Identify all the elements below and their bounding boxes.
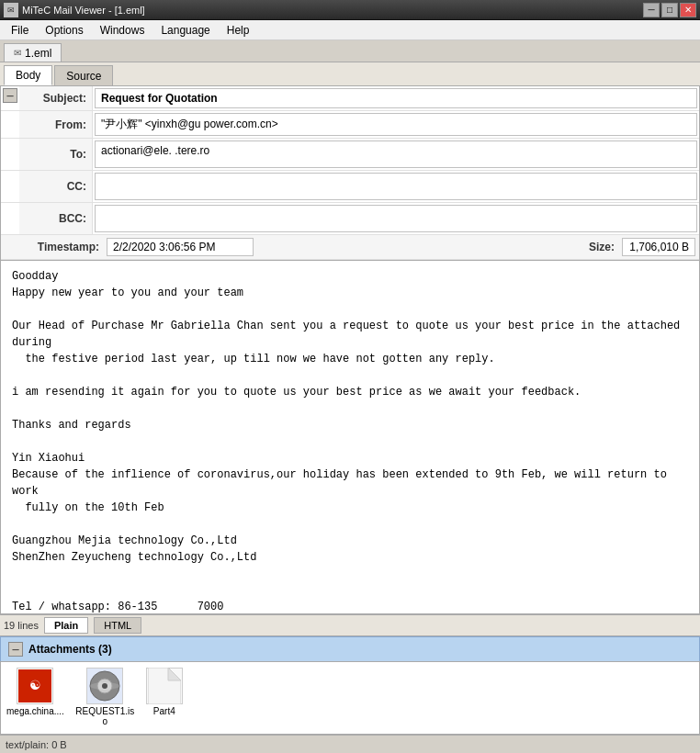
menu-item-windows[interactable]: Windows <box>93 22 152 39</box>
timestamp-row: Timestamp: 2/2/2020 3:06:56 PM Size: 1,7… <box>1 235 699 260</box>
subject-value: Request for Quotation <box>95 88 697 108</box>
close-button[interactable]: ✕ <box>680 3 696 17</box>
attachment-label-0: mega.china.... <box>6 706 64 716</box>
timestamp-label: Timestamp: <box>30 241 99 253</box>
attachment-item[interactable]: Part4 <box>146 668 183 716</box>
collapse-button[interactable]: ─ <box>3 88 17 103</box>
menu-item-options[interactable]: Options <box>38 22 90 39</box>
attachment-item[interactable]: ☯ mega.china.... <box>6 668 64 716</box>
lines-count: 19 lines <box>4 620 39 631</box>
bcc-value <box>95 205 697 232</box>
size-value: 1,706,010 B <box>622 238 695 256</box>
doc-tab-label: 1.eml <box>25 47 51 60</box>
attachment-label-2: Part4 <box>153 706 175 716</box>
svg-text:☯: ☯ <box>29 678 41 692</box>
format-tab-html[interactable]: HTML <box>94 617 141 634</box>
menu-item-file[interactable]: File <box>4 22 36 39</box>
email-body: Goodday Happy new year to you and your t… <box>0 261 700 614</box>
main-content: Body Source ─ Subject: Request for Quota… <box>0 62 700 735</box>
app-icon: ✉ <box>4 3 18 17</box>
attachment-label-1: REQUEST1.iso <box>75 706 135 726</box>
attachments-area: ☯ mega.china.... REQUEST1.iso <box>0 661 700 735</box>
cc-row: CC: <box>1 171 699 203</box>
doc-tab-eml[interactable]: ✉ 1.eml <box>4 43 62 62</box>
cc-label: CC: <box>19 171 93 202</box>
to-value: actionari@ele. .tere.ro <box>95 140 697 168</box>
maximize-button[interactable]: □ <box>661 3 678 17</box>
attachments-header: ─ Attachments (3) <box>0 636 700 661</box>
menu-item-help[interactable]: Help <box>220 22 257 39</box>
status-bar: text/plain: 0 B <box>0 735 700 753</box>
bcc-row: BCC: <box>1 203 699 235</box>
cc-value <box>95 173 697 200</box>
status-text: text/plain: 0 B <box>6 739 67 750</box>
bcc-label: BCC: <box>19 203 93 234</box>
svg-marker-7 <box>168 668 181 680</box>
subject-label: Subject: <box>19 86 93 110</box>
svg-marker-6 <box>148 668 181 704</box>
format-tab-plain[interactable]: Plain <box>44 617 88 634</box>
title-bar: ✉ MiTeC Mail Viewer - [1.eml] ─ □ ✕ <box>0 0 700 20</box>
email-headers: ─ Subject: Request for Quotation From: "… <box>0 85 700 261</box>
subject-row: ─ Subject: Request for Quotation <box>1 86 699 111</box>
from-label: From: <box>19 111 93 138</box>
menu-item-language[interactable]: Language <box>153 22 217 39</box>
svg-point-5 <box>90 682 119 690</box>
attachment-icon-file <box>146 668 183 704</box>
inner-tabs: Body Source <box>0 62 700 85</box>
to-row: To: actionari@ele. .tere.ro <box>1 139 699 171</box>
tab-source[interactable]: Source <box>54 65 113 85</box>
minimize-button[interactable]: ─ <box>643 3 660 17</box>
tab-icon: ✉ <box>14 48 21 58</box>
timestamp-value: 2/2/2020 3:06:56 PM <box>107 238 254 256</box>
to-label: To: <box>19 139 93 170</box>
bottom-bar: 19 lines Plain HTML <box>0 614 700 636</box>
attachment-icon-disc <box>86 668 123 704</box>
attachment-item[interactable]: REQUEST1.iso <box>75 668 135 726</box>
attachment-icon-image: ☯ <box>17 668 53 704</box>
menu-bar: File Options Windows Language Help <box>0 20 700 40</box>
attachments-title: Attachments (3) <box>28 643 112 656</box>
doc-tab-bar: ✉ 1.eml <box>0 40 700 62</box>
window-title: MiTeC Mail Viewer - [1.eml] <box>22 5 145 16</box>
size-label: Size: <box>589 241 615 253</box>
tab-body[interactable]: Body <box>4 65 52 85</box>
attachments-collapse-button[interactable]: ─ <box>8 642 23 657</box>
from-row: From: "尹小辉" <yinxh@gu power.com.cn> <box>1 111 699 139</box>
from-value: "尹小辉" <yinxh@gu power.com.cn> <box>95 113 697 136</box>
